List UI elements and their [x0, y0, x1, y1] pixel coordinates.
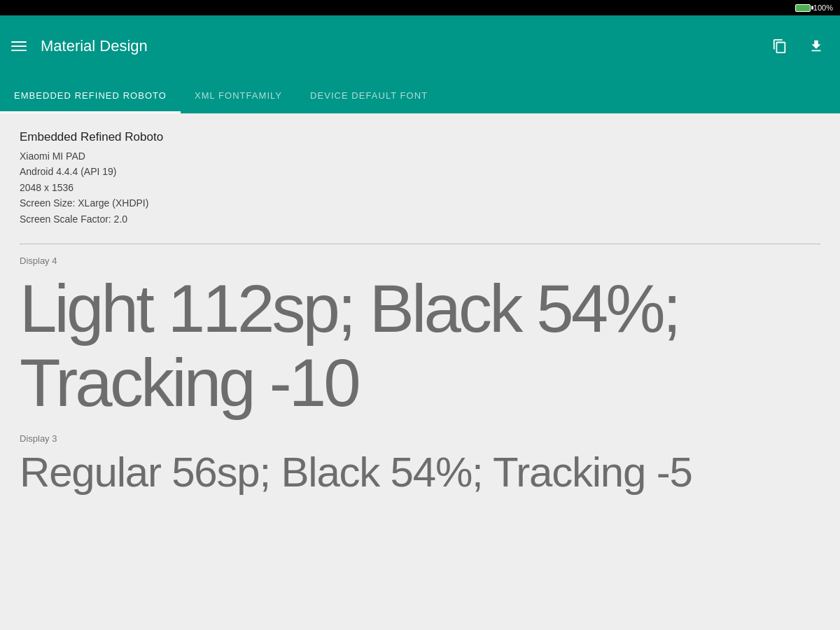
device-name: Xiaomi MI PAD — [20, 148, 820, 164]
screen-size: Screen Size: XLarge (XHDPI) — [20, 195, 820, 211]
app-bar-actions — [767, 34, 829, 59]
device-info: Embedded Refined Roboto Xiaomi MI PAD An… — [20, 130, 820, 227]
display-3-label: Display 3 — [20, 433, 820, 444]
hamburger-menu-icon[interactable] — [11, 41, 27, 51]
resolution: 2048 x 1536 — [20, 180, 820, 195]
display-3-text: Regular 56sp; Black 54%; Tracking -5 — [20, 449, 820, 496]
divider — [20, 244, 820, 244]
status-bar: 100% — [0, 0, 840, 15]
tab-device-default-font[interactable]: DEVICE DEFAULT FONT — [296, 77, 442, 113]
display-4-text: Light 112sp; Black 54%; Tracking -10 — [20, 272, 820, 419]
display-3-section: Display 3 Regular 56sp; Black 54%; Track… — [20, 433, 820, 496]
app-bar: Material Design — [0, 15, 840, 77]
android-version: Android 4.4.4 (API 19) — [20, 164, 820, 179]
tab-bar: EMBEDDED REFINED ROBOTO XML FONTFAMILY D… — [0, 77, 840, 113]
tab-embedded-refined-roboto[interactable]: EMBEDDED REFINED ROBOTO — [0, 77, 181, 113]
section-title: Embedded Refined Roboto — [20, 130, 820, 144]
display-4-label: Display 4 — [20, 255, 820, 266]
battery-icon — [795, 4, 811, 12]
battery-text: 100% — [813, 4, 833, 12]
download-icon[interactable] — [804, 34, 829, 59]
battery-indicator: 100% — [795, 4, 833, 12]
copy-icon[interactable] — [767, 34, 792, 59]
app-title: Material Design — [41, 37, 767, 55]
screen-scale: Screen Scale Factor: 2.0 — [20, 211, 820, 227]
display-4-section: Display 4 Light 112sp; Black 54%; Tracki… — [20, 255, 820, 419]
tab-xml-fontfamily[interactable]: XML FONTFAMILY — [181, 77, 296, 113]
main-content: Embedded Refined Roboto Xiaomi MI PAD An… — [0, 113, 840, 630]
